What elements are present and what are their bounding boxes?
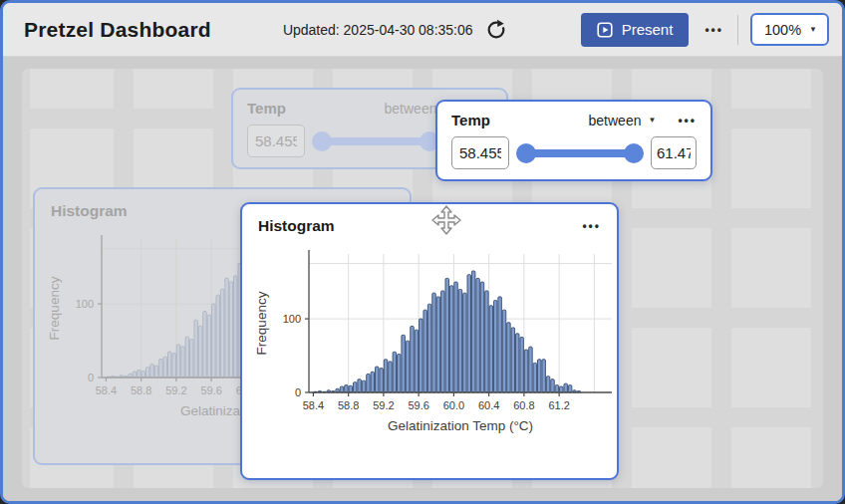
ellipsis-icon: ••• [582, 219, 601, 233]
refresh-button[interactable] [483, 17, 509, 43]
app-window: Pretzel Dashboard Updated: 2025-04-30 08… [0, 0, 845, 504]
min-value-field[interactable] [451, 136, 509, 169]
min-value-field [247, 125, 305, 157]
dashboard-viewport: Temp between ▼ ••• Histogram [3, 57, 842, 501]
slider-handle-min[interactable] [516, 143, 536, 163]
ellipsis-icon: ••• [704, 23, 723, 37]
card-more-button[interactable]: ••• [678, 114, 697, 127]
page-title: Pretzel Dashboard [24, 18, 211, 42]
header-more-button[interactable]: ••• [703, 21, 725, 39]
slider-handle-min [312, 131, 332, 151]
svg-text:59.2: 59.2 [373, 399, 394, 411]
zoom-level-value: 100% [764, 22, 801, 38]
svg-text:58.8: 58.8 [338, 399, 359, 411]
histogram-card[interactable]: Histogram ••• 58.458.859.259.660.060.460… [240, 202, 619, 480]
svg-text:58.8: 58.8 [131, 384, 151, 396]
svg-text:58.4: 58.4 [96, 384, 117, 396]
svg-text:Gelatinization Temp (°C): Gelatinization Temp (°C) [388, 418, 533, 433]
svg-text:59.6: 59.6 [200, 384, 221, 396]
updated-zone: Updated: 2025-04-30 08:35:06 [211, 17, 581, 43]
play-icon [597, 22, 613, 38]
operator-dropdown[interactable]: between ▼ [589, 113, 657, 128]
slider-handle-max[interactable] [624, 143, 644, 163]
range-slider [313, 130, 438, 152]
header: Pretzel Dashboard Updated: 2025-04-30 08… [3, 3, 842, 57]
svg-text:60.0: 60.0 [443, 399, 464, 411]
histogram-title: Histogram [258, 217, 582, 235]
temp-filter-card[interactable]: Temp between ▼ ••• [435, 100, 712, 181]
histogram-chart: 58.458.859.259.660.060.460.861.20100Gela… [242, 244, 621, 448]
svg-text:59.6: 59.6 [408, 399, 428, 411]
ellipsis-icon: ••• [678, 114, 697, 127]
svg-text:Frequency: Frequency [254, 291, 269, 355]
svg-text:58.4: 58.4 [303, 399, 324, 411]
operator-label: between [589, 113, 642, 128]
present-button-label: Present [622, 21, 674, 38]
present-button[interactable]: Present [581, 13, 690, 47]
chevron-down-icon: ▼ [648, 116, 656, 125]
svg-text:60.8: 60.8 [513, 399, 534, 411]
svg-text:0: 0 [88, 372, 94, 383]
updated-timestamp: Updated: 2025-04-30 08:35:06 [283, 22, 473, 38]
slider-track [319, 137, 432, 145]
svg-text:61.2: 61.2 [548, 399, 569, 411]
svg-text:0: 0 [295, 386, 301, 398]
filter-title: Temp [451, 112, 589, 128]
svg-text:100: 100 [76, 298, 94, 310]
svg-text:100: 100 [283, 313, 301, 325]
slider-track[interactable] [523, 149, 637, 157]
zoom-level-dropdown[interactable]: 100% ▼ [750, 13, 829, 46]
chevron-down-icon: ▼ [809, 25, 817, 34]
filter-title: Temp [247, 100, 385, 117]
header-divider [737, 15, 738, 45]
svg-text:Frequency: Frequency [47, 276, 62, 340]
max-value-field[interactable] [651, 136, 697, 169]
range-slider[interactable] [517, 142, 643, 164]
operator-label: between [385, 101, 437, 117]
svg-text:60.4: 60.4 [478, 399, 499, 411]
svg-text:59.2: 59.2 [165, 384, 186, 396]
refresh-icon [485, 19, 507, 41]
card-more-button[interactable]: ••• [582, 219, 601, 233]
